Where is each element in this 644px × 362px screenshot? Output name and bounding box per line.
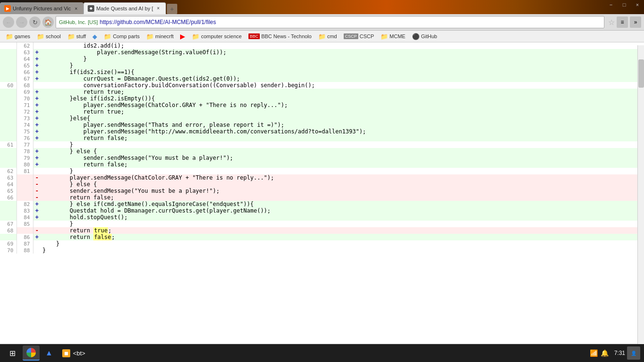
diff-row: 79+ sender.sendMessage("You must be a pl…	[0, 155, 644, 161]
bookmark-star[interactable]: ☆	[608, 18, 615, 27]
taskbar-bst[interactable]: ◼ <bt>	[58, 346, 89, 361]
bookmark-cmd[interactable]: 📁 cmd	[315, 32, 340, 41]
old-line-num	[0, 69, 17, 75]
new-tab-button[interactable]: +	[167, 4, 177, 14]
old-line-num	[0, 161, 17, 168]
taskbar-chrome[interactable]	[23, 346, 40, 361]
diff-row: 71+ player.sendMessage(ChatColor.GRAY + …	[0, 102, 644, 108]
diff-row: 80+ return false;	[0, 161, 644, 168]
bookmark-play-icon[interactable]: ▶	[177, 32, 188, 41]
diamond-icon: ◆	[92, 33, 97, 40]
tab1-label: Unfunny Pictures and Vic	[13, 6, 71, 11]
tab1-close[interactable]: ×	[73, 5, 79, 12]
diff-code: hold.stopQuest();	[41, 214, 644, 221]
extend-button[interactable]: »	[630, 16, 641, 28]
old-line-num	[0, 115, 17, 122]
diff-sign: +	[33, 234, 41, 240]
taskbar-bottom: ⊞ ▲ ◼ <bt> 📶 🔔 7:31 👤	[0, 344, 644, 362]
bst-icon: ◼	[62, 349, 70, 357]
diff-code: } else if(cmd.getName().equalsIgnoreCase…	[41, 201, 644, 207]
github-icon: ⚫	[412, 33, 420, 40]
diff-code: player.sendMessage(ChatColor.GRAY + "The…	[41, 174, 644, 181]
bookmark-mcme[interactable]: 📁 MCME	[378, 32, 408, 41]
bookmark-cs[interactable]: 📁 computer science	[189, 32, 244, 41]
reload-button[interactable]: ↻	[29, 16, 41, 28]
diff-sign: +	[33, 155, 41, 161]
tab1-favicon: ▶	[4, 5, 11, 12]
old-line-num: 66	[0, 194, 17, 201]
diff-sign: +	[33, 207, 41, 214]
diff-sign: +	[33, 148, 41, 155]
url-input[interactable]	[100, 19, 601, 25]
address-bar-row: ← → ↻ 🏠 GitHub, Inc. [US] ☆ ≡ »	[0, 14, 644, 31]
diff-row: 76+ return false;	[0, 135, 644, 141]
diff-sign: +	[33, 95, 41, 102]
old-line-num: 63	[0, 174, 17, 181]
bookmark-school-label: school	[46, 33, 61, 39]
start-button[interactable]: ⊞	[4, 346, 21, 361]
back-button[interactable]: ←	[3, 16, 14, 28]
new-line-num: 65	[17, 62, 33, 69]
diff-row: 6177 }	[0, 141, 644, 148]
taskbar-bst-label: <bt>	[73, 350, 85, 357]
diff-container[interactable]: 62 ids2.add(i);63+ player.sendMessage(St…	[0, 42, 644, 343]
bookmark-games[interactable]: 📁 games	[3, 32, 33, 41]
chrome-icon	[26, 348, 36, 357]
diff-code: return false;	[41, 234, 644, 240]
diff-row: 65- sender.sendMessage("You must be a pl…	[0, 188, 644, 194]
minimize-button[interactable]: −	[604, 0, 618, 9]
bookmark-minecrft[interactable]: 📁 minecrft	[143, 32, 176, 41]
tab2-close[interactable]: ×	[155, 5, 162, 12]
new-line-num: 69	[17, 89, 33, 95]
new-line-num: 87	[17, 240, 33, 247]
folder-icon: 📁	[67, 33, 75, 40]
address-box[interactable]: GitHub, Inc. [US]	[56, 16, 604, 28]
diff-code: ids2.add(i);	[41, 42, 644, 49]
new-line-num: 76	[17, 135, 33, 141]
diff-code: player.sendMessage("http://www.mcmiddlee…	[41, 128, 644, 135]
folder-icon: 📁	[104, 33, 111, 40]
highlight-word: true	[93, 227, 108, 234]
diff-sign: +	[33, 49, 41, 56]
scroll-thumb[interactable]	[638, 59, 644, 88]
bookmark-bbc[interactable]: BBC BBC News - Technolo	[246, 33, 314, 40]
diff-sign: +	[33, 62, 41, 69]
diff-code: }	[41, 62, 644, 69]
diff-sign: +	[33, 69, 41, 75]
diff-code: } else {	[41, 181, 644, 188]
tab-bar: ▶ Unfunny Pictures and Vic × ◆ Made Ques…	[0, 0, 644, 14]
new-line-num: 85	[17, 221, 33, 227]
security-label: GitHub, Inc. [US]	[59, 19, 98, 25]
old-line-num	[0, 56, 17, 62]
close-button[interactable]: ×	[631, 0, 644, 9]
bookmark-comp-parts[interactable]: 📁 Comp parts	[101, 32, 142, 41]
home-button[interactable]: 🏠	[42, 16, 54, 28]
diff-code: }	[41, 56, 644, 62]
menu-button[interactable]: ≡	[617, 16, 628, 28]
diff-row: 74+ player.sendMessage("Thats and error,…	[0, 122, 644, 128]
tab2-label: Made Quests and AI by [	[96, 6, 153, 11]
old-line-num: 61	[0, 141, 17, 148]
bookmark-cscp[interactable]: CSCP CSCP	[341, 33, 377, 40]
scroll-track[interactable]	[637, 45, 644, 344]
bookmark-school[interactable]: 📁 school	[34, 32, 64, 41]
bookmark-diamond[interactable]: ◆	[90, 32, 100, 41]
diff-sign: +	[33, 128, 41, 135]
user-avatar[interactable]: 👤	[627, 346, 640, 360]
bookmark-github[interactable]: ⚫ GitHub	[409, 32, 440, 41]
tab-made-quests[interactable]: ◆ Made Quests and AI by [ ×	[83, 2, 165, 14]
old-line-num: 70	[0, 247, 17, 254]
diff-code: }	[41, 247, 644, 254]
bookmark-stuff[interactable]: 📁 stuff	[65, 32, 89, 41]
maximize-button[interactable]: □	[618, 0, 631, 9]
taskbar-drive[interactable]: ▲	[41, 346, 57, 361]
diff-row: 67+ currQuest = DBmanager.Quests.get(ids…	[0, 75, 644, 82]
folder-icon: 📁	[146, 33, 154, 40]
old-line-num	[0, 148, 17, 155]
forward-button[interactable]: →	[16, 16, 27, 28]
new-line-num: 88	[17, 247, 33, 254]
diff-row: 84+ hold.stopQuest();	[0, 214, 644, 221]
old-line-num	[0, 62, 17, 69]
tab-unfunny[interactable]: ▶ Unfunny Pictures and Vic ×	[0, 2, 83, 14]
old-line-num: 68	[0, 227, 17, 234]
